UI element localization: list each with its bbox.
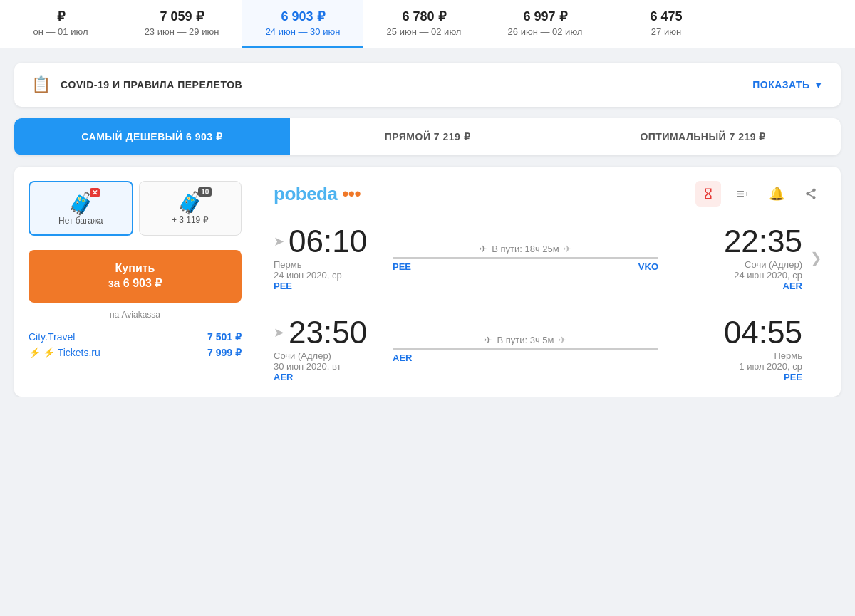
- date-item-d6[interactable]: 6 47527 июн: [606, 0, 727, 48]
- date-bar: ₽он — 01 июл7 059 ₽23 июн — 29 июн6 903 …: [0, 0, 855, 48]
- buy-button[interactable]: Купить за 6 903 ₽: [28, 250, 242, 303]
- alt-source-citytravel[interactable]: City.Travel7 501 ₽: [28, 331, 242, 343]
- baggage-yes-tab[interactable]: 🧳 10 + 3 119 ₽: [139, 181, 242, 236]
- alt-source-ticketsru[interactable]: ⚡ Tickets.ru7 999 ₽: [28, 347, 242, 358]
- tab-optimal[interactable]: ОПТИМАЛЬНЫЙ 7 219 ₽: [565, 118, 841, 155]
- flights-list: ➤ 06:10 Пермь 24 июн 2020, ср PEE ✈В пут…: [274, 224, 824, 382]
- main-content: 🧳 ✕ Нет багажа 🧳 10 + 3 119 ₽ Купить за …: [14, 167, 841, 397]
- flight-actions: ≡+ 🔔: [695, 181, 824, 207]
- expand-arrow-0[interactable]: ❯: [802, 249, 824, 266]
- buy-source: на Aviakassa: [28, 310, 242, 320]
- flight-details: pobeda ••• ≡+ 🔔 ➤ 06:10 Пермь 24 июн 202…: [256, 167, 841, 397]
- date-item-d4[interactable]: 6 780 ₽25 июн — 02 июл: [363, 0, 484, 48]
- hourglass-button[interactable]: [695, 181, 721, 207]
- mid-block-1: ✈В пути: 3ч 5м✈AER: [384, 335, 667, 363]
- date-item-d2[interactable]: 7 059 ₽23 июн — 29 июн: [121, 0, 242, 48]
- flight-row-1: ➤ 23:50 Сочи (Адлер) 30 июн 2020, вт AER…: [274, 315, 824, 382]
- covid-text: COVID-19 И ПРАВИЛА ПЕРЕЛЕТОВ: [61, 79, 242, 90]
- filter-icon[interactable]: ≡+: [730, 181, 755, 207]
- alt-sources: City.Travel7 501 ₽⚡ Tickets.ru7 999 ₽: [28, 331, 242, 358]
- date-item-d3[interactable]: 6 903 ₽24 июн — 30 июн: [242, 0, 363, 48]
- baggage-yes-label: + 3 119 ₽: [172, 215, 209, 225]
- dep-block-1: ➤ 23:50 Сочи (Адлер) 30 июн 2020, вт AER: [274, 315, 384, 382]
- date-item-d1[interactable]: ₽он — 01 июл: [0, 0, 121, 48]
- flight-header: pobeda ••• ≡+ 🔔: [274, 181, 824, 207]
- flight-row-0: ➤ 06:10 Пермь 24 июн 2020, ср PEE ✈В пут…: [274, 224, 824, 303]
- date-item-d5[interactable]: 6 997 ₽26 июн — 02 июл: [484, 0, 606, 48]
- airline-logo: pobeda •••: [274, 183, 361, 205]
- tab-direct[interactable]: ПРЯМОЙ 7 219 ₽: [290, 118, 566, 155]
- covid-banner: 📋 COVID-19 И ПРАВИЛА ПЕРЕЛЕТОВ ПОКАЗАТЬ …: [14, 63, 841, 107]
- baggage-tabs: 🧳 ✕ Нет багажа 🧳 10 + 3 119 ₽: [28, 181, 242, 236]
- bell-icon[interactable]: 🔔: [764, 181, 789, 207]
- baggage-no-label: Нет багажа: [58, 216, 103, 226]
- arr-block-0: 22:35 Сочи (Адлер) 24 июн 2020, ср AER: [667, 224, 802, 291]
- covid-icon: 📋: [31, 75, 51, 94]
- tab-cheap[interactable]: САМЫЙ ДЕШЕВЫЙ 6 903 ₽: [14, 118, 290, 155]
- dep-block-0: ➤ 06:10 Пермь 24 июн 2020, ср PEE: [274, 224, 384, 291]
- arr-block-1: 04:55 Пермь 1 июл 2020, ср PEE: [667, 315, 802, 382]
- tabs-row: САМЫЙ ДЕШЕВЫЙ 6 903 ₽ПРЯМОЙ 7 219 ₽ОПТИМ…: [14, 118, 841, 155]
- mid-block-0: ✈В пути: 18ч 25м✈PEEVKO: [384, 244, 667, 272]
- baggage-no-tab[interactable]: 🧳 ✕ Нет багажа: [28, 181, 133, 236]
- share-icon[interactable]: [798, 181, 824, 207]
- sidebar: 🧳 ✕ Нет багажа 🧳 10 + 3 119 ₽ Купить за …: [14, 167, 256, 397]
- covid-show-button[interactable]: ПОКАЗАТЬ ▼: [752, 79, 824, 90]
